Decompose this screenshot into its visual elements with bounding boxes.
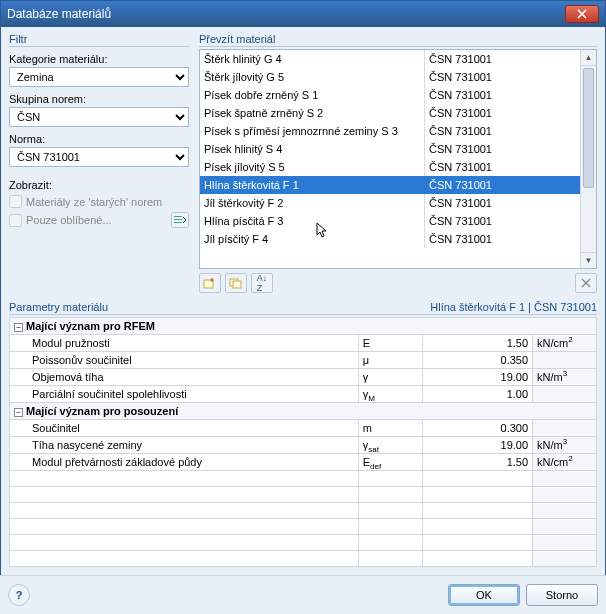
filter-panel: Filtr Kategorie materiálu: Zemina Skupin… xyxy=(9,33,189,293)
scroll-down-icon[interactable]: ▼ xyxy=(581,252,596,268)
param-row: Součinitelm0.300 xyxy=(10,420,597,437)
norm-label: Norma: xyxy=(9,133,189,145)
favorites-label: Pouze oblíbené... xyxy=(26,214,112,226)
list-item-norm: ČSN 731001 xyxy=(424,50,580,68)
scroll-up-icon[interactable]: ▲ xyxy=(581,50,596,66)
params-table: −Mající význam pro RFEMModul pružnostiE1… xyxy=(9,317,597,567)
list-item[interactable]: Písek jílovitý S 5ČSN 731001 xyxy=(200,158,580,176)
delete-button[interactable] xyxy=(575,273,597,293)
list-item[interactable]: Písek dobře zrněný S 1ČSN 731001 xyxy=(200,86,580,104)
list-item-norm: ČSN 731001 xyxy=(424,68,580,86)
list-item-name: Jíl písčitý F 4 xyxy=(204,230,424,248)
list-item-name: Štěrk hlinitý G 4 xyxy=(204,50,424,68)
ok-button[interactable]: OK xyxy=(448,584,520,606)
old-materials-checkbox[interactable] xyxy=(9,195,22,208)
list-section-title: Převzít materiál xyxy=(199,33,597,47)
help-icon[interactable]: ? xyxy=(8,584,30,606)
cancel-button[interactable]: Storno xyxy=(526,584,598,606)
param-group-row[interactable]: −Mající význam pro RFEM xyxy=(10,318,597,335)
list-item-norm: ČSN 731001 xyxy=(424,104,580,122)
list-item-norm: ČSN 731001 xyxy=(424,176,580,194)
list-item[interactable]: Hlína písčitá F 3ČSN 731001 xyxy=(200,212,580,230)
new-material-button[interactable] xyxy=(199,273,221,293)
favorites-checkbox[interactable] xyxy=(9,214,22,227)
list-item-name: Štěrk jílovitý G 5 xyxy=(204,68,424,86)
list-toolbar: A↓Z xyxy=(199,273,597,293)
list-item-name: Hlína písčitá F 3 xyxy=(204,212,424,230)
material-list-panel: Převzít materiál Štěrk hlinitý G 4ČSN 73… xyxy=(199,33,597,293)
list-item[interactable]: Jíl štěrkovitý F 2ČSN 731001 xyxy=(200,194,580,212)
norm-select[interactable]: ČSN 731001 xyxy=(9,147,189,167)
list-item[interactable]: Hlína štěrkovitá F 1ČSN 731001 xyxy=(200,176,580,194)
selected-material-summary: Hlína štěrkovitá F 1 | ČSN 731001 xyxy=(430,301,597,313)
favorites-config-icon[interactable] xyxy=(171,212,189,228)
list-item-name: Písek hlinitý S 4 xyxy=(204,140,424,158)
category-label: Kategorie materiálu: xyxy=(9,53,189,65)
list-item[interactable]: Štěrk jílovitý G 5ČSN 731001 xyxy=(200,68,580,86)
list-item-norm: ČSN 731001 xyxy=(424,194,580,212)
filter-section-title: Filtr xyxy=(9,33,189,47)
svg-rect-5 xyxy=(233,281,241,288)
param-row: Tíha nasycené zeminyγsat19.00kN/m3 xyxy=(10,437,597,454)
category-select[interactable]: Zemina xyxy=(9,67,189,87)
list-item[interactable]: Písek špatně zrněný S 2ČSN 731001 xyxy=(200,104,580,122)
list-item-norm: ČSN 731001 xyxy=(424,230,580,248)
param-row: Modul pružnostiE1.50kN/cm2 xyxy=(10,335,597,352)
duplicate-button[interactable] xyxy=(225,273,247,293)
param-row: Parciální součinitel spolehlivostiγM1.00 xyxy=(10,386,597,403)
param-row: Objemová tíhaγ19.00kN/m3 xyxy=(10,369,597,386)
table-row xyxy=(10,487,597,503)
param-group-title: −Mající význam pro RFEM xyxy=(10,318,597,335)
table-row xyxy=(10,535,597,551)
list-item-name: Písek s příměsí jemnozrnné zeminy S 3 xyxy=(204,122,424,140)
scroll-thumb[interactable] xyxy=(583,68,594,188)
sort-button[interactable]: A↓Z xyxy=(251,273,273,293)
list-item-name: Písek dobře zrněný S 1 xyxy=(204,86,424,104)
table-row xyxy=(10,503,597,519)
list-item-norm: ČSN 731001 xyxy=(424,212,580,230)
group-label: Skupina norem: xyxy=(9,93,189,105)
param-group-row[interactable]: −Mající význam pro posouzení xyxy=(10,403,597,420)
param-row: Poissonův součinitelμ0.350 xyxy=(10,352,597,369)
svg-rect-0 xyxy=(174,216,182,217)
scrollbar[interactable]: ▲ ▼ xyxy=(580,50,596,268)
material-list[interactable]: Štěrk hlinitý G 4ČSN 731001Štěrk jílovit… xyxy=(200,50,580,268)
table-row xyxy=(10,471,597,487)
list-item-name: Jíl štěrkovitý F 2 xyxy=(204,194,424,212)
list-item-name: Písek jílovitý S 5 xyxy=(204,158,424,176)
list-item-norm: ČSN 731001 xyxy=(424,122,580,140)
list-item[interactable]: Písek hlinitý S 4ČSN 731001 xyxy=(200,140,580,158)
window-title: Databáze materiálů xyxy=(7,7,111,21)
list-item[interactable]: Jíl písčitý F 4ČSN 731001 xyxy=(200,230,580,248)
list-item-name: Písek špatně zrněný S 2 xyxy=(204,104,424,122)
param-row: Modul přetvárnosti základové půdyEdef1.5… xyxy=(10,454,597,471)
list-item-norm: ČSN 731001 xyxy=(424,86,580,104)
list-item[interactable]: Písek s příměsí jemnozrnné zeminy S 3ČSN… xyxy=(200,122,580,140)
dialog-footer: ? OK Storno xyxy=(0,575,606,614)
params-section-title: Parametry materiálu xyxy=(9,301,108,313)
titlebar: Databáze materiálů xyxy=(1,1,605,27)
close-icon[interactable] xyxy=(565,5,599,23)
param-group-title: −Mající význam pro posouzení xyxy=(10,403,597,420)
list-item-name: Hlína štěrkovitá F 1 xyxy=(204,176,424,194)
svg-rect-1 xyxy=(174,219,182,220)
params-panel: Parametry materiálu Hlína štěrkovitá F 1… xyxy=(1,301,605,567)
table-row xyxy=(10,519,597,535)
table-row xyxy=(10,551,597,567)
show-label: Zobrazit: xyxy=(9,179,189,191)
old-materials-label: Materiály ze 'starých' norem xyxy=(26,196,162,208)
list-item-norm: ČSN 731001 xyxy=(424,140,580,158)
list-item[interactable]: Štěrk hlinitý G 4ČSN 731001 xyxy=(200,50,580,68)
group-select[interactable]: ČSN xyxy=(9,107,189,127)
list-item-norm: ČSN 731001 xyxy=(424,158,580,176)
svg-rect-2 xyxy=(174,222,182,223)
